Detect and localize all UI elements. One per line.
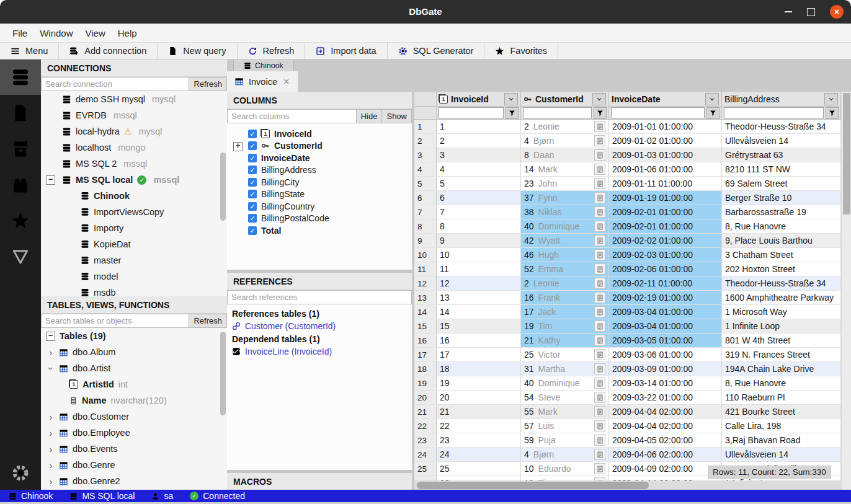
cell-invoiceid[interactable]: 14 — [437, 305, 521, 319]
toolbar-add-connection-button[interactable]: Add connection — [59, 43, 158, 59]
reference-link[interactable]: InvoiceLine (InvoiceId) — [227, 345, 412, 358]
row-number[interactable]: 22 — [414, 419, 437, 433]
chevron-icon[interactable]: › — [47, 444, 55, 454]
row-number[interactable]: 11 — [414, 262, 437, 276]
cell-billingaddress[interactable]: 801 W 4th Street — [722, 334, 841, 347]
fk-lookup-button[interactable] — [594, 178, 605, 189]
reference-link[interactable]: Customer (CustomerId) — [227, 320, 412, 332]
cell-invoicedate[interactable]: 2009-02-19 01:00:00 — [609, 291, 722, 304]
cell-customerid[interactable]: 14 Mark — [521, 162, 609, 176]
column-header-invoiceid[interactable]: 1InvoiceId — [437, 92, 521, 107]
fk-lookup-button[interactable] — [594, 292, 605, 303]
fk-lookup-button[interactable] — [594, 363, 605, 374]
row-number[interactable]: 24 — [414, 448, 437, 461]
column-toggle-billingcountry[interactable]: ✓ BillingCountry — [227, 200, 412, 213]
cell-invoicedate[interactable]: 2009-03-05 01:00:00 — [609, 334, 722, 347]
row-number[interactable]: 6 — [414, 191, 437, 205]
cell-customerid[interactable]: 2 Leonie — [521, 120, 609, 133]
cell-invoiceid[interactable]: 18 — [437, 362, 521, 376]
tree-item[interactable]: ›dbo.Events — [41, 441, 227, 457]
cell-invoicedate[interactable]: 2009-02-01 01:00:00 — [609, 219, 722, 233]
connection-item[interactable]: ImportViewsCopy — [41, 204, 227, 220]
row-number[interactable]: 20 — [414, 391, 437, 404]
cell-invoicedate[interactable]: 2009-03-04 01:00:00 — [609, 305, 722, 319]
tables-scrollbar[interactable] — [220, 332, 226, 415]
checkbox-checked[interactable]: ✓ — [248, 226, 257, 235]
grid-corner-cell[interactable] — [414, 92, 437, 107]
tab-invoice[interactable]: Invoice × — [227, 71, 298, 92]
menu-window[interactable]: Window — [33, 28, 79, 38]
fk-lookup-button[interactable] — [594, 149, 605, 161]
rail-filters[interactable] — [0, 239, 41, 275]
row-number[interactable]: 13 — [414, 291, 437, 304]
cell-billingaddress[interactable]: Barbarossastraße 19 — [722, 205, 841, 219]
columns-hide-button[interactable]: Hide — [357, 109, 383, 123]
fk-lookup-button[interactable] — [594, 278, 605, 289]
close-tab-icon[interactable]: × — [283, 76, 289, 87]
filter-input-customerid[interactable] — [523, 107, 592, 118]
cell-customerid[interactable]: 17 Jack — [521, 305, 609, 319]
expand-icon[interactable]: + — [233, 142, 243, 151]
fk-lookup-button[interactable] — [594, 306, 605, 317]
connection-item[interactable]: KopieDat — [41, 236, 227, 252]
cell-invoicedate[interactable]: 2009-01-19 01:00:00 — [609, 191, 722, 205]
column-header-billingaddress[interactable]: BillingAddress — [722, 92, 841, 107]
row-number[interactable]: 12 — [414, 276, 437, 290]
checkbox-checked[interactable]: ✓ — [248, 166, 257, 174]
status-ms-sql-local[interactable]: MS SQL local — [69, 491, 135, 501]
minimize-button[interactable] — [785, 11, 792, 12]
fk-lookup-button[interactable] — [594, 420, 605, 431]
column-toggle-invoiceid[interactable]: ✓ 1InvoiceId — [227, 128, 412, 140]
cell-invoiceid[interactable]: 1 — [437, 120, 521, 133]
cell-billingaddress[interactable]: 110 Raeburn Pl — [722, 391, 841, 404]
cell-billingaddress[interactable]: Theodor-Heuss-Straße 34 — [722, 276, 841, 290]
rail-favorites[interactable] — [0, 203, 41, 239]
toolbar-new-query-button[interactable]: New query — [158, 43, 237, 59]
cell-billingaddress[interactable]: 69 Salem Street — [722, 177, 841, 190]
rail-archive[interactable] — [0, 131, 41, 167]
filter-menu-button[interactable] — [826, 107, 839, 119]
cell-invoiceid[interactable]: 3 — [437, 148, 521, 162]
collapse-icon[interactable]: − — [46, 175, 55, 185]
cell-invoicedate[interactable]: 2009-02-03 01:00:00 — [609, 248, 722, 262]
cell-invoicedate[interactable]: 2009-01-03 01:00:00 — [609, 148, 722, 162]
tables-search-input[interactable] — [41, 314, 189, 328]
checkbox-checked[interactable]: ✓ — [248, 202, 257, 211]
column-toggle-billingcity[interactable]: ✓ BillingCity — [227, 176, 412, 188]
cell-invoicedate[interactable]: 2009-04-04 02:00:00 — [609, 405, 722, 418]
chevron-icon[interactable]: › — [47, 428, 55, 438]
fk-lookup-button[interactable] — [594, 221, 605, 232]
chevron-icon[interactable]: › — [47, 476, 55, 487]
column-menu-button[interactable] — [824, 93, 838, 105]
chevron-icon[interactable]: › — [47, 347, 55, 358]
cell-invoiceid[interactable]: 24 — [437, 448, 521, 461]
row-number[interactable]: 1 — [414, 120, 437, 133]
tree-item[interactable]: ›dbo.Album — [41, 344, 227, 360]
scrollbar-thumb[interactable] — [843, 93, 850, 214]
row-number[interactable]: 18 — [414, 362, 437, 376]
cell-invoicedate[interactable]: 2009-02-11 01:00:00 — [609, 276, 722, 290]
cell-invoiceid[interactable]: 13 — [437, 291, 521, 304]
cell-customerid[interactable]: 59 Puja — [521, 433, 609, 447]
cell-invoiceid[interactable]: 9 — [437, 234, 521, 247]
cell-billingaddress[interactable]: 421 Bourke Street — [722, 405, 841, 418]
connection-item[interactable]: Importy — [41, 220, 227, 236]
connection-item[interactable]: local-hydra ⚠ mysql — [41, 123, 227, 139]
checkbox-checked[interactable]: ✓ — [248, 154, 257, 162]
cell-billingaddress[interactable]: 1 Microsoft Way — [722, 305, 841, 319]
column-toggle-customerid[interactable]: + ✓ CustomerId — [227, 140, 412, 153]
menu-file[interactable]: File — [6, 28, 33, 38]
cell-customerid[interactable]: 52 Emma — [521, 262, 609, 276]
cell-invoicedate[interactable]: 2009-03-14 01:00:00 — [609, 376, 722, 390]
cell-billingaddress[interactable]: 3 Chatham Street — [722, 248, 841, 262]
cell-customerid[interactable]: 40 Dominique — [521, 219, 609, 233]
connections-search-input[interactable] — [41, 77, 189, 91]
tables-refresh-button[interactable]: Refresh — [189, 314, 227, 328]
cell-invoiceid[interactable]: 4 — [437, 162, 521, 176]
row-number[interactable]: 23 — [414, 433, 437, 447]
cell-customerid[interactable]: 25 Victor — [521, 348, 609, 361]
column-toggle-billingaddress[interactable]: ✓ BillingAddress — [227, 164, 412, 177]
cell-invoicedate[interactable]: 2009-01-01 01:00:00 — [609, 120, 722, 133]
cell-invoiceid[interactable]: 15 — [437, 319, 521, 333]
row-number[interactable]: 15 — [414, 319, 437, 333]
